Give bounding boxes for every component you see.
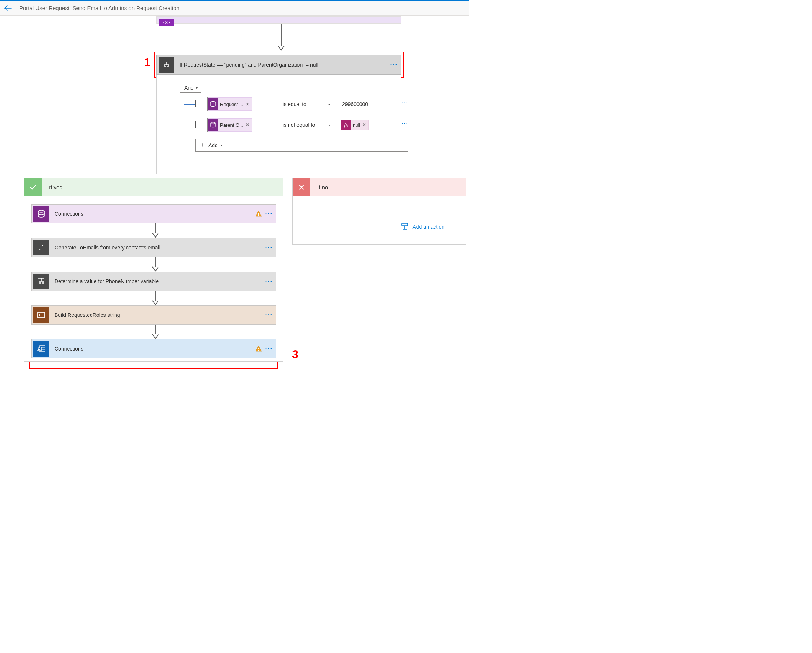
dataverse-icon <box>208 119 218 131</box>
if-yes-branch: If yes Connections ··· <box>24 178 283 362</box>
close-icon <box>293 178 310 196</box>
warning-icon <box>255 210 262 218</box>
action-card-phone-number[interactable]: Determine a value for PhoneNumber variab… <box>31 272 276 291</box>
row-menu-icon[interactable]: ··· <box>402 121 408 127</box>
token-label: null <box>353 122 360 128</box>
plus-icon: ＋ <box>200 141 206 149</box>
action-title: Connections <box>51 346 255 352</box>
chevron-down-icon: ▾ <box>196 86 198 90</box>
action-title: Determine a value for PhoneNumber variab… <box>51 278 264 284</box>
add-label: Add <box>209 142 218 148</box>
action-card-generate-emails[interactable]: Generate ToEmails from every contact's e… <box>31 238 276 257</box>
action-card-connections[interactable]: Connections ··· <box>31 204 276 224</box>
row-checkbox[interactable] <box>195 100 203 108</box>
condition-row: Parent O... ✕ is not equal to ▾ ƒx null … <box>195 118 408 132</box>
loop-icon <box>34 240 49 255</box>
remove-token-icon[interactable]: ✕ <box>362 122 366 128</box>
condition-menu-icon[interactable]: ··· <box>389 61 401 69</box>
add-action-button[interactable]: Add an action <box>299 223 459 231</box>
svg-text:{x}: {x} <box>163 20 170 25</box>
fx-icon: ƒx <box>341 120 351 130</box>
add-condition-button[interactable]: ＋ Add ▾ <box>195 139 408 152</box>
variable-icon: {x} <box>159 19 174 26</box>
svg-rect-12 <box>258 350 259 351</box>
left-operand-field[interactable]: Request ... ✕ <box>208 97 274 111</box>
action-menu-icon[interactable]: ··· <box>264 244 276 252</box>
svg-point-2 <box>211 122 215 124</box>
if-yes-header: If yes <box>24 178 283 196</box>
page-title: Portal User Request: Send Email to Admin… <box>19 5 180 11</box>
svg-point-3 <box>38 210 44 212</box>
annotation-3: 3 <box>292 348 299 361</box>
back-arrow-icon[interactable] <box>5 5 12 11</box>
action-title: Connections <box>51 211 255 217</box>
if-yes-label: If yes <box>42 184 62 190</box>
chevron-down-icon: ▾ <box>328 123 330 127</box>
value-field[interactable]: 299600000 <box>339 97 397 111</box>
chevron-down-icon: ▾ <box>221 143 223 147</box>
action-menu-icon[interactable]: ··· <box>264 210 276 218</box>
svg-rect-13 <box>402 224 408 226</box>
group-operator-dropdown[interactable]: And ▾ <box>180 83 201 93</box>
svg-rect-5 <box>258 215 259 216</box>
condition-card[interactable]: If RequestState == "pending" and ParentO… <box>156 55 401 75</box>
operator-dropdown[interactable]: is not equal to ▾ <box>279 118 334 132</box>
row-menu-icon[interactable]: ··· <box>402 100 408 106</box>
condition-icon <box>159 57 174 73</box>
check-icon <box>24 178 42 196</box>
svg-rect-4 <box>258 213 259 215</box>
truncated-action-card[interactable]: {x} <box>156 16 401 24</box>
dataverse-icon <box>208 98 218 110</box>
svg-rect-6 <box>38 312 44 318</box>
token-label: Request ... <box>220 102 243 107</box>
warning-icon <box>255 345 262 352</box>
remove-token-icon[interactable]: ✕ <box>246 102 249 107</box>
container-icon <box>34 307 49 323</box>
add-action-icon <box>401 223 409 231</box>
row-checkbox[interactable] <box>195 121 203 128</box>
action-title: Build RequestedRoles string <box>51 312 264 318</box>
svg-rect-11 <box>258 348 259 350</box>
if-no-label: If no <box>310 184 328 190</box>
if-no-header: If no <box>293 178 466 196</box>
group-operator-label: And <box>185 85 194 91</box>
if-no-branch: If no Add an action <box>292 178 466 245</box>
add-action-label: Add an action <box>412 224 444 230</box>
action-menu-icon[interactable]: ··· <box>264 278 276 285</box>
condition-title: If RequestState == "pending" and ParentO… <box>177 62 389 68</box>
action-title: Generate ToEmails from every contact's e… <box>51 245 264 251</box>
arrow-down-icon <box>278 46 284 51</box>
action-card-connections-outlook[interactable]: Connections ··· <box>31 339 276 358</box>
annotation-1: 1 <box>144 56 151 69</box>
svg-point-1 <box>211 102 215 104</box>
dataverse-icon <box>34 206 49 222</box>
value-text: 299600000 <box>342 101 368 107</box>
value-field[interactable]: ƒx null ✕ <box>339 118 397 132</box>
action-menu-icon[interactable]: ··· <box>264 345 276 353</box>
action-menu-icon[interactable]: ··· <box>264 311 276 319</box>
condition-icon <box>34 274 49 289</box>
operator-dropdown[interactable]: is equal to ▾ <box>279 97 334 111</box>
condition-body: And ▾ Request ... ✕ <box>156 75 401 174</box>
action-card-build-roles[interactable]: Build RequestedRoles string ··· <box>31 305 276 325</box>
chevron-down-icon: ▾ <box>328 102 330 107</box>
operator-label: is equal to <box>283 101 307 107</box>
top-bar: Portal User Request: Send Email to Admin… <box>0 0 469 15</box>
condition-row: Request ... ✕ is equal to ▾ 299600000 ··… <box>195 97 408 111</box>
outlook-icon <box>34 341 49 356</box>
left-operand-field[interactable]: Parent O... ✕ <box>208 118 274 132</box>
operator-label: is not equal to <box>283 122 315 128</box>
svg-rect-7 <box>39 314 43 316</box>
remove-token-icon[interactable]: ✕ <box>246 122 249 128</box>
token-label: Parent O... <box>220 122 243 128</box>
